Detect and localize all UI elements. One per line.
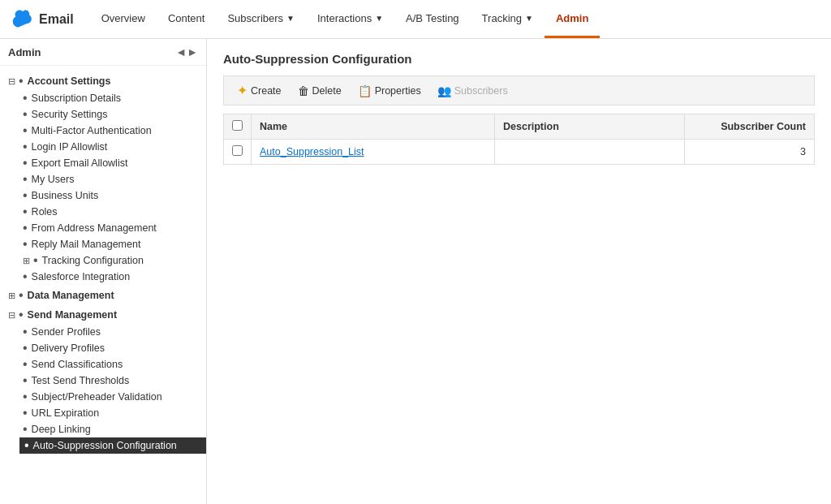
page-title: Auto-Suppression Configuration (223, 52, 815, 66)
send-management-bullet: • (19, 308, 24, 321)
sidebar-section-send-management-header[interactable]: ⊟ • Send Management (0, 306, 206, 324)
row-description-cell (495, 140, 685, 165)
salesforce-logo-icon (8, 8, 34, 31)
content-area: Auto-Suppression Configuration ✦ Create … (207, 39, 831, 504)
send-management-children: • Sender Profiles • Delivery Profiles • … (0, 324, 206, 454)
nav-subscribers[interactable]: Subscribers ▼ (216, 0, 306, 38)
subscribers-icon: 👥 (437, 84, 451, 97)
delete-icon: 🗑 (298, 84, 309, 97)
interactions-dropdown-icon: ▼ (375, 14, 383, 23)
account-settings-children: • Subscription Details • Security Settin… (0, 90, 206, 285)
subscribers-button[interactable]: 👥 Subscribers (431, 82, 515, 100)
table-header-checkbox (224, 114, 252, 140)
data-table: Name Description Subscriber Count (223, 114, 815, 165)
table-row: Auto_Suppression_List 3 (224, 140, 815, 165)
nav-tracking[interactable]: Tracking ▼ (471, 0, 545, 38)
sidebar-item-deep-linking[interactable]: • Deep Linking (23, 421, 206, 437)
nav-overview[interactable]: Overview (90, 0, 157, 38)
data-management-expander-icon[interactable]: ⊞ (8, 291, 15, 301)
tracking-config-expander-icon[interactable]: ⊞ (23, 256, 30, 266)
main-layout: Admin ◄► ⊟ • Account Settings • Subscrip… (0, 39, 831, 504)
send-management-label: Send Management (28, 309, 117, 321)
sidebar-section-account-settings-header[interactable]: ⊟ • Account Settings (0, 72, 206, 90)
sidebar-item-my-users[interactable]: • My Users (23, 171, 206, 187)
app-title: Email (39, 12, 74, 27)
sidebar-section-data-management: ⊞ • Data Management (0, 286, 206, 304)
create-button[interactable]: ✦ Create (230, 80, 288, 101)
account-settings-bullet: • (19, 75, 24, 88)
sidebar-section-send-management: ⊟ • Send Management • Sender Profiles • … (0, 306, 206, 454)
data-management-label: Data Management (28, 290, 114, 301)
nav-items: Overview Content Subscribers ▼ Interacti… (90, 0, 823, 38)
account-settings-label: Account Settings (28, 75, 111, 87)
nav-content[interactable]: Content (157, 0, 217, 38)
toolbar: ✦ Create 🗑 Delete 📋 Properties 👥 Subscri… (223, 75, 815, 106)
table-header-description: Description (495, 114, 685, 140)
auto-suppression-list-link[interactable]: Auto_Suppression_List (260, 146, 364, 157)
row-name-cell: Auto_Suppression_List (252, 140, 495, 165)
sidebar-item-from-address[interactable]: • From Address Management (23, 220, 206, 236)
nav-ab-testing[interactable]: A/B Testing (394, 0, 471, 38)
sidebar-item-subscription-details[interactable]: • Subscription Details (23, 90, 206, 106)
sidebar-item-tracking-config[interactable]: ⊞ • Tracking Configuration (23, 252, 206, 269)
sidebar-collapse-button[interactable]: ◄► (175, 45, 198, 58)
sidebar-item-export-email-allowlist[interactable]: • Export Email Allowlist (23, 155, 206, 171)
nav-admin[interactable]: Admin (545, 0, 600, 38)
properties-icon: 📋 (358, 84, 372, 97)
sidebar-title: Admin (8, 46, 41, 58)
sidebar-header: Admin ◄► (0, 39, 206, 66)
sidebar-item-auto-suppression[interactable]: • Auto-Suppression Configuration (19, 437, 206, 454)
sidebar-item-delivery-profiles[interactable]: • Delivery Profiles (23, 340, 206, 356)
sidebar-item-login-ip-allowlist[interactable]: • Login IP Allowlist (23, 139, 206, 155)
sidebar-item-send-classifications[interactable]: • Send Classifications (23, 356, 206, 373)
table-header-subscriber-count: Subscriber Count (685, 114, 815, 140)
sidebar-item-salesforce-integration[interactable]: • Salesforce Integration (23, 269, 206, 285)
data-management-bullet: • (19, 289, 24, 302)
delete-button[interactable]: 🗑 Delete (291, 82, 348, 100)
tracking-dropdown-icon: ▼ (525, 14, 533, 23)
row-subscriber-count-cell: 3 (685, 140, 815, 165)
sidebar-section-data-management-header[interactable]: ⊞ • Data Management (0, 286, 206, 304)
account-settings-expander-icon[interactable]: ⊟ (8, 76, 15, 87)
sidebar-item-subject-preheader[interactable]: • Subject/Preheader Validation (23, 389, 206, 405)
subscribers-dropdown-icon: ▼ (286, 14, 295, 23)
logo-area[interactable]: Email (8, 8, 74, 31)
sidebar-item-test-send-thresholds[interactable]: • Test Send Thresholds (23, 373, 206, 389)
sidebar-section-account-settings: ⊟ • Account Settings • Subscription Deta… (0, 72, 206, 285)
properties-button[interactable]: 📋 Properties (351, 82, 428, 100)
top-navigation: Email Overview Content Subscribers ▼ Int… (0, 0, 831, 39)
sidebar-item-url-expiration[interactable]: • URL Expiration (23, 405, 206, 421)
sidebar-item-reply-mail[interactable]: • Reply Mail Management (23, 236, 206, 252)
sidebar-tree: ⊟ • Account Settings • Subscription Deta… (0, 66, 206, 460)
table-header-name: Name (252, 114, 495, 140)
sidebar-item-sender-profiles[interactable]: • Sender Profiles (23, 324, 206, 340)
row-checkbox[interactable] (232, 145, 243, 156)
row-checkbox-cell (224, 140, 252, 165)
sidebar-item-mfa[interactable]: • Multi-Factor Authentication (23, 123, 206, 139)
send-management-expander-icon[interactable]: ⊟ (8, 310, 15, 321)
create-icon: ✦ (237, 83, 248, 98)
sidebar-item-business-units[interactable]: • Business Units (23, 187, 206, 204)
sidebar-item-security-settings[interactable]: • Security Settings (23, 106, 206, 123)
sidebar: Admin ◄► ⊟ • Account Settings • Subscrip… (0, 39, 207, 504)
sidebar-item-roles[interactable]: • Roles (23, 204, 206, 220)
select-all-checkbox[interactable] (232, 120, 243, 131)
nav-interactions[interactable]: Interactions ▼ (306, 0, 394, 38)
